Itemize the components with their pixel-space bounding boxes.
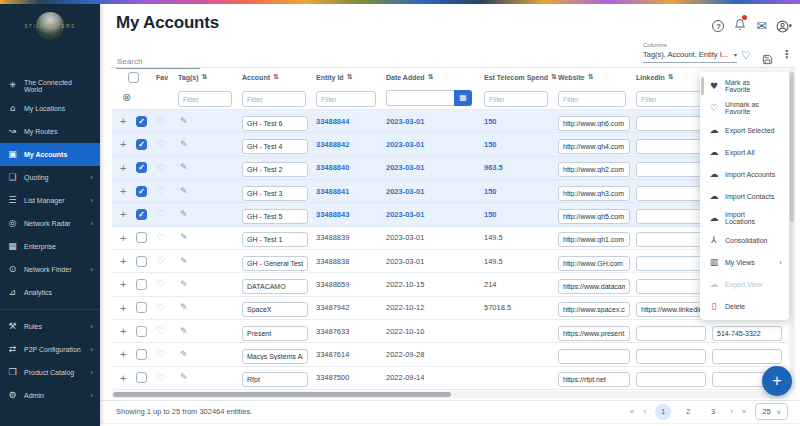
last-page-button[interactable]: » — [742, 407, 746, 416]
account-input[interactable] — [242, 232, 308, 247]
expand-row-icon[interactable]: + — [112, 185, 132, 197]
sidebar-item[interactable]: ⊙ Network Finder › — [0, 258, 100, 281]
row-checkbox[interactable]: ✓ — [136, 116, 147, 127]
sidebar-item[interactable]: ⚙ Admin › — [0, 384, 100, 407]
column-header[interactable]: Date Added ⇅ — [386, 73, 484, 81]
linkedin-input[interactable] — [636, 372, 706, 387]
table-row[interactable]: + ✓ ♡ ✎ 33488840 2023-03-01 963.5 — [112, 157, 788, 180]
favorite-heart-icon[interactable]: ♡ — [156, 233, 178, 243]
select-all-checkbox[interactable]: ✓ — [128, 72, 139, 83]
website-input[interactable] — [558, 302, 630, 317]
sidebar-item[interactable]: ⌂ My Locations — [0, 97, 100, 120]
calendar-icon[interactable]: ▦ — [454, 90, 472, 106]
account-input[interactable] — [242, 279, 308, 294]
website-input[interactable] — [558, 372, 630, 387]
add-account-button[interactable]: + — [762, 366, 792, 396]
sort-icon[interactable]: ⇅ — [668, 73, 674, 81]
row-checkbox[interactable]: ✓ — [136, 139, 147, 150]
table-row[interactable]: + ✓ ♡ ✎ 33488844 2023-03-01 150 — [112, 110, 788, 133]
column-header[interactable]: Fav — [156, 74, 178, 81]
table-row[interactable]: + ✓ ♡ ✎ 33487614 2022-09-28 — [112, 343, 788, 366]
menu-item[interactable]: ♥ Mark as Favorite — [700, 75, 789, 97]
linkedin-filter-input[interactable] — [636, 91, 702, 107]
page-button[interactable]: 2 — [680, 404, 696, 420]
account-input[interactable] — [242, 372, 308, 387]
menu-item[interactable]: ☁ Import Contacts — [700, 185, 789, 207]
next-page-button[interactable]: › — [730, 407, 733, 416]
sidebar-item[interactable]: ❒ Product Catalog › — [0, 361, 100, 384]
menu-item[interactable]: ▥ My Views › — [700, 251, 789, 273]
website-input[interactable] — [558, 116, 630, 131]
favorite-heart-icon[interactable]: ♡ — [156, 349, 178, 359]
favorite-heart-icon[interactable]: ♡ — [156, 256, 178, 266]
favorite-heart-icon[interactable]: ♡ — [156, 279, 178, 289]
website-input[interactable] — [558, 349, 630, 364]
account-input[interactable] — [242, 349, 308, 364]
spend-filter-input[interactable] — [484, 91, 548, 107]
table-row[interactable]: + ✓ ♡ ✎ 33488843 2023-03-01 150 — [112, 203, 788, 226]
account-input[interactable] — [242, 256, 308, 271]
website-input[interactable] — [558, 186, 630, 201]
expand-row-icon[interactable]: + — [112, 115, 132, 127]
favorite-view-icon[interactable]: ♡ — [741, 50, 751, 61]
sort-icon[interactable]: ⇅ — [551, 73, 557, 81]
edit-tags-icon[interactable]: ✎ — [178, 187, 242, 196]
website-input[interactable] — [558, 326, 630, 341]
linkedin-input[interactable] — [636, 256, 706, 271]
date-added-filter-input[interactable] — [386, 90, 454, 106]
table-row[interactable]: + ✓ ♡ ✎ 33487500 2022-09-14 — [112, 367, 788, 390]
row-checkbox[interactable]: ✓ — [136, 232, 147, 243]
table-row[interactable]: + ✓ ♡ ✎ 33488659 2022-10-15 214 — [112, 273, 788, 296]
table-row[interactable]: + ✓ ♡ ✎ 33488838 2023-03-01 149.5 — [112, 250, 788, 273]
expand-row-icon[interactable]: + — [112, 325, 132, 337]
column-header[interactable]: Tag(s) ⇅ — [178, 73, 242, 81]
account-input[interactable] — [242, 116, 308, 131]
website-input[interactable] — [558, 209, 630, 224]
favorite-heart-icon[interactable]: ♡ — [156, 326, 178, 336]
linkedin-input[interactable] — [636, 186, 706, 201]
row-checkbox[interactable]: ✓ — [136, 279, 147, 290]
linkedin-input[interactable] — [636, 116, 706, 131]
sidebar-item[interactable]: ✳ The Connected World — [0, 74, 100, 97]
edit-tags-icon[interactable]: ✎ — [178, 280, 242, 289]
account-icon[interactable]: ▾ — [776, 20, 792, 33]
menu-item[interactable]: ☁ Export View — [700, 273, 789, 295]
sidebar-item[interactable]: ☰ List Manager › — [0, 189, 100, 212]
favorite-heart-icon[interactable]: ♡ — [156, 373, 178, 383]
website-input[interactable] — [558, 139, 630, 154]
account-input[interactable] — [242, 326, 308, 341]
expand-row-icon[interactable]: + — [112, 162, 132, 174]
sidebar-item[interactable]: ◎ Network Radar › — [0, 212, 100, 235]
column-header[interactable]: Est Telecom Spend ⇅ — [484, 73, 558, 81]
row-checkbox[interactable]: ✓ — [136, 349, 147, 360]
website-input[interactable] — [558, 279, 630, 294]
expand-row-icon[interactable]: + — [112, 302, 132, 314]
edit-tags-icon[interactable]: ✎ — [178, 140, 242, 149]
page-size-select[interactable]: 25 ∨ — [755, 403, 788, 420]
menu-item[interactable]: ☁ Import Locations — [700, 207, 789, 229]
clear-filters-icon[interactable]: ⊗ — [112, 92, 178, 103]
more-actions-icon[interactable]: ⋮ — [781, 49, 792, 60]
favorite-heart-icon[interactable]: ♡ — [156, 186, 178, 196]
horizontal-scrollbar-thumb[interactable] — [113, 392, 451, 397]
table-row[interactable]: + ✓ ♡ ✎ 33488841 2023-03-01 150 — [112, 180, 788, 203]
help-icon[interactable]: ? — [712, 20, 724, 32]
row-checkbox[interactable]: ✓ — [136, 372, 147, 383]
mail-icon[interactable]: ✉ — [756, 20, 766, 32]
phone-input[interactable] — [712, 349, 782, 364]
table-row[interactable]: + ✓ ♡ ✎ 33487942 2022-10-12 57018.5 — [112, 297, 788, 320]
website-filter-input[interactable] — [558, 91, 626, 107]
account-input[interactable] — [242, 302, 308, 317]
vertical-scrollbar[interactable] — [789, 68, 795, 390]
edit-tags-icon[interactable]: ✎ — [178, 327, 242, 336]
favorite-heart-icon[interactable]: ♡ — [156, 209, 178, 219]
sidebar-item[interactable]: ⇄ P2P Configuration › — [0, 338, 100, 361]
website-input[interactable] — [558, 162, 630, 177]
table-row[interactable]: + ✓ ♡ ✎ 33488839 2023-03-01 149.5 — [112, 227, 788, 250]
menu-item[interactable]: ☁ Export All — [700, 141, 789, 163]
notifications-icon[interactable] — [734, 17, 746, 35]
expand-row-icon[interactable]: + — [112, 348, 132, 360]
table-row[interactable]: + ✓ ♡ ✎ 33487633 2022-10-10 — [112, 320, 788, 343]
expand-row-icon[interactable]: + — [112, 372, 132, 384]
expand-row-icon[interactable]: + — [112, 208, 132, 220]
